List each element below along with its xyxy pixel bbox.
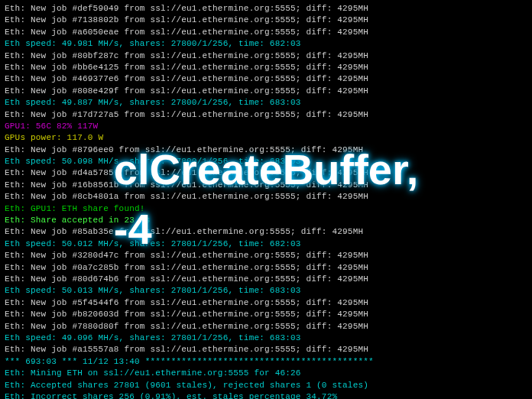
log-line: Eth: Mining ETH on ssl://eu1.ethermine.o… xyxy=(5,368,527,379)
log-line: Eth: New job #d4a57859 from ssl://eu1.et… xyxy=(5,167,527,179)
log-line: Eth speed: 50.012 MH/s, shares: 27801/1/… xyxy=(5,238,527,250)
log-line: Eth: New job #def59049 from ssl://eu1.et… xyxy=(5,3,527,15)
terminal-output: Eth: New job #def59049 from ssl://eu1.et… xyxy=(0,0,532,399)
log-line: Eth: New job #5f4544f6 from ssl://eu1.et… xyxy=(5,297,527,309)
log-line: Eth: Incorrect shares 256 (0.91%), est. … xyxy=(5,391,527,399)
log-line: Eth: New job #b820603d from ssl://eu1.et… xyxy=(5,309,527,320)
log-line: Eth speed: 50.098 MH/s, shares: 27800/1/… xyxy=(5,156,527,167)
log-line: Eth speed: 49.096 MH/s, shares: 27801/1/… xyxy=(5,332,527,344)
log-line: Eth: New job #17d727a5 from ssl://eu1.et… xyxy=(5,109,527,121)
log-line: Eth: New job #8cb4801a from ssl://eu1.et… xyxy=(5,191,527,203)
log-line: Eth: New job #8796ee0 from ssl://eu1.eth… xyxy=(5,144,527,156)
log-line: GPUs power: 117.0 W xyxy=(5,132,527,144)
log-line: GPU1: 56C 82% 117W xyxy=(5,121,527,132)
log-line: Eth: GPU1: ETH share found! xyxy=(5,203,527,215)
log-line: Eth: New job #7880d80f from ssl://eu1.et… xyxy=(5,321,527,332)
log-line: Eth: New job #0a7c285b from ssl://eu1.et… xyxy=(5,262,527,274)
log-line: Eth speed: 49.981 MH/s, shares: 27800/1/… xyxy=(5,38,527,50)
log-line: Eth: New job #7138802b from ssl://eu1.et… xyxy=(5,15,527,26)
log-line: Eth: New job #469377e6 from ssl://eu1.et… xyxy=(5,73,527,85)
log-line: *** 693:03 *** 11/12 13:40 *************… xyxy=(5,356,527,368)
log-line: Eth speed: 49.887 MH/s, shares: 27800/1/… xyxy=(5,97,527,109)
log-line: Eth: Share accepted in 23 ms xyxy=(5,215,527,226)
log-line: Eth: New job #85ab35e from ssl://eu1.eth… xyxy=(5,226,527,238)
log-line: Eth: New job #bb6e4125 from ssl://eu1.et… xyxy=(5,62,527,73)
log-line: Eth: New job #808e429f from ssl://eu1.et… xyxy=(5,86,527,97)
log-line: Eth: New job #80bf287c from ssl://eu1.et… xyxy=(5,50,527,62)
log-line: Eth: New job #a15557a8 from ssl://eu1.et… xyxy=(5,344,527,355)
log-line: Eth speed: 50.013 MH/s, shares: 27801/1/… xyxy=(5,285,527,297)
log-line: Eth: New job #3280d47c from ssl://eu1.et… xyxy=(5,250,527,261)
log-line: Eth: New job #80d674b6 from ssl://eu1.et… xyxy=(5,274,527,285)
log-line: Eth: New job #16b8561b from ssl://eu1.et… xyxy=(5,180,527,191)
log-line: Eth: New job #a6050eae from ssl://eu1.et… xyxy=(5,27,527,38)
log-line: Eth: Accepted shares 27801 (9601 stales)… xyxy=(5,380,527,391)
